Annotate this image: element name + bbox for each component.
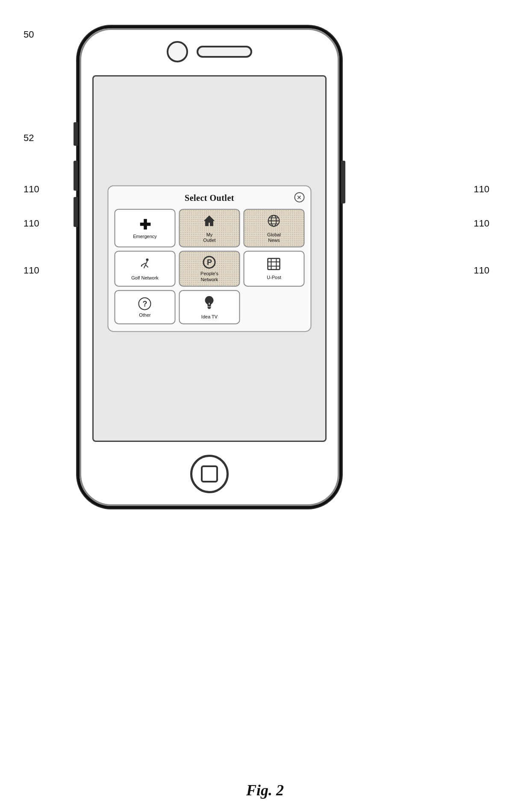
outlet-button-my-outlet[interactable]: MyOutlet bbox=[179, 209, 240, 247]
global-news-icon bbox=[267, 214, 281, 230]
dialog-title: Select Outlet bbox=[185, 193, 234, 203]
annotation-110-1: 110 bbox=[24, 184, 39, 195]
outlet-button-idea-tv[interactable]: Idea TV bbox=[179, 290, 240, 324]
annotation-50: 50 bbox=[24, 29, 34, 40]
annotation-110-4: 110 bbox=[474, 184, 489, 195]
phone-top-bar bbox=[167, 41, 252, 62]
outlet-button-golf-network[interactable]: Golf Network bbox=[115, 251, 176, 286]
close-dialog-button[interactable]: ✕ bbox=[294, 192, 304, 203]
figure-caption: Fig. 2 bbox=[246, 781, 284, 799]
home-button[interactable] bbox=[190, 455, 229, 493]
annotation-110-2: 110 bbox=[24, 218, 39, 229]
outlet-button-other[interactable]: ? Other bbox=[115, 290, 176, 324]
phone-device: Select Outlet ✕ ✚ Emergency bbox=[77, 26, 342, 509]
svg-marker-0 bbox=[204, 216, 215, 226]
phone-screen: Select Outlet ✕ ✚ Emergency bbox=[92, 75, 327, 442]
volume-mute-button[interactable] bbox=[74, 122, 78, 146]
close-icon: ✕ bbox=[297, 194, 302, 201]
peoples-network-label: People'sNetwork bbox=[200, 271, 218, 282]
front-camera bbox=[167, 41, 188, 62]
select-outlet-dialog: Select Outlet ✕ ✚ Emergency bbox=[108, 185, 312, 332]
svg-line-7 bbox=[146, 261, 147, 265]
empty-cell bbox=[243, 290, 304, 324]
dialog-header: Select Outlet ✕ bbox=[115, 193, 305, 203]
svg-line-10 bbox=[142, 263, 146, 265]
u-post-label: U-Post bbox=[267, 275, 281, 280]
annotation-52: 52 bbox=[24, 132, 34, 144]
svg-point-6 bbox=[146, 259, 149, 261]
outlet-button-emergency[interactable]: ✚ Emergency bbox=[115, 209, 176, 247]
other-icon: ? bbox=[138, 297, 151, 310]
svg-rect-12 bbox=[268, 259, 280, 270]
global-news-label: GlobalNews bbox=[267, 232, 281, 243]
annotation-110-5: 110 bbox=[474, 218, 489, 229]
emergency-icon: ✚ bbox=[139, 218, 151, 232]
outlet-button-u-post[interactable]: U-Post bbox=[243, 251, 304, 286]
outlet-button-global-news[interactable]: GlobalNews bbox=[243, 209, 304, 247]
svg-rect-17 bbox=[208, 307, 211, 308]
earpiece-speaker bbox=[197, 46, 252, 58]
annotation-110-3: 110 bbox=[24, 265, 39, 276]
u-post-icon bbox=[267, 258, 281, 273]
power-button[interactable] bbox=[341, 161, 345, 203]
home-button-inner bbox=[201, 465, 218, 482]
svg-line-8 bbox=[144, 265, 146, 268]
outlet-button-peoples-network[interactable]: P People'sNetwork bbox=[179, 251, 240, 286]
golf-network-icon bbox=[138, 257, 152, 273]
golf-network-label: Golf Network bbox=[131, 275, 159, 281]
outlet-grid-row1: ✚ Emergency MyOutlet bbox=[115, 209, 305, 324]
volume-down-button[interactable] bbox=[74, 197, 78, 227]
idea-tv-label: Idea TV bbox=[201, 314, 218, 320]
other-label: Other bbox=[139, 312, 151, 318]
emergency-label: Emergency bbox=[133, 234, 157, 239]
volume-up-button[interactable] bbox=[74, 161, 78, 191]
my-outlet-label: MyOutlet bbox=[203, 232, 215, 243]
annotation-110-6: 110 bbox=[474, 265, 489, 276]
my-outlet-icon bbox=[203, 214, 216, 230]
svg-line-9 bbox=[146, 265, 148, 268]
svg-rect-18 bbox=[208, 308, 211, 309]
idea-tv-icon bbox=[203, 295, 215, 312]
peoples-network-icon: P bbox=[203, 256, 216, 269]
svg-line-11 bbox=[141, 265, 142, 267]
